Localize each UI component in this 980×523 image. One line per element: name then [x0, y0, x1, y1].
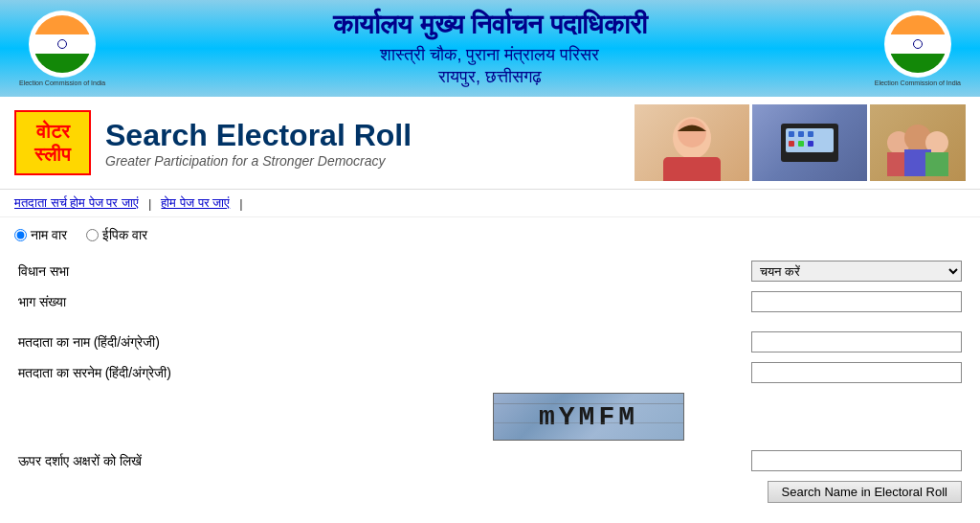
nav-separator-1: | — [148, 196, 151, 211]
radio-epic-var[interactable] — [86, 229, 99, 241]
eci-logo-right — [884, 11, 951, 78]
nav-separator-2: | — [239, 196, 242, 211]
svg-rect-5 — [789, 131, 794, 137]
main-form-content: नाम वार ईपिक वार विधान सभा चयन करें भाग … — [0, 217, 980, 518]
header-title: कार्यालय मुख्य निर्वाचन पदाधिकारी — [105, 10, 874, 41]
captcha-image-label-empty — [16, 389, 489, 444]
voter-name-field-cell — [491, 328, 964, 356]
vidhan-sabha-row: विधान सभा चयन करें — [16, 257, 964, 285]
voter-surname-field-cell — [491, 358, 964, 387]
submit-row: Search Name in Electoral Roll — [16, 477, 964, 507]
bhaag-sankhya-input[interactable] — [751, 291, 962, 312]
captcha-image: mYMFM — [493, 393, 684, 441]
svg-rect-8 — [789, 141, 794, 147]
radio-naam-var-label[interactable]: नाम वार — [14, 227, 67, 243]
logo-right: Election Commission of India — [875, 11, 961, 86]
svg-rect-9 — [798, 141, 804, 147]
radio-epic-var-label[interactable]: ईपिक वार — [86, 227, 147, 243]
submit-label-empty — [16, 477, 489, 507]
header-photos — [635, 104, 966, 181]
nav-link-voter-search[interactable]: मतदाता सर्च होम पेज पर जाएं — [14, 195, 139, 211]
submit-button-cell: Search Name in Electoral Roll — [491, 477, 964, 507]
header-city: रायपुर, छत्तीसगढ़ — [105, 67, 874, 87]
search-subtitle: Greater Participation for a Stronger Dem… — [105, 153, 620, 169]
header-subtitle: शास्त्री चौक, पुराना मंत्रालय परिसर — [105, 45, 874, 65]
svg-rect-10 — [808, 141, 813, 147]
captcha-image-row: mYMFM — [16, 389, 964, 444]
page-header: Election Commission of India कार्यालय मु… — [0, 0, 980, 97]
vidhan-sabha-select[interactable]: चयन करें — [751, 261, 962, 282]
eci-logo-left — [29, 11, 96, 78]
bhaag-sankhya-field-cell — [491, 287, 964, 316]
svg-rect-16 — [925, 152, 948, 176]
voting-machine-svg — [771, 114, 848, 171]
bhaag-sankhya-label: भाग संख्या — [16, 287, 489, 316]
nav-links: मतदाता सर्च होम पेज पर जाएं | होम पेज पर… — [0, 190, 980, 217]
search-title-block: Search Electoral Roll Greater Participat… — [105, 118, 620, 169]
voter-name-label: मतदाता का नाम (हिंदी/अंग्रेजी) — [16, 328, 489, 356]
voter-surname-label: मतदाता का सरनेम (हिंदी/अंग्रेजी) — [16, 358, 489, 387]
nav-link-home[interactable]: होम पेज पर जाएं — [161, 195, 230, 211]
captcha-input[interactable] — [751, 450, 962, 471]
vidhan-sabha-field-cell: चयन करें — [491, 257, 964, 285]
bhaag-sankhya-row: भाग संख्या — [16, 287, 964, 316]
svg-rect-1 — [663, 157, 721, 181]
eci-text-left: Election Commission of India — [19, 80, 105, 86]
eci-text-right: Election Commission of India — [875, 80, 961, 86]
sub-header-banner: वोटर स्लीप Search Electoral Roll Greater… — [0, 97, 980, 190]
form-table: विधान सभा चयन करें भाग संख्या मतदाता का … — [14, 255, 966, 509]
photo-3 — [870, 104, 966, 181]
search-type-radio-group: नाम वार ईपिक वार — [14, 227, 966, 243]
person-photo-svg — [644, 104, 740, 181]
crowd-photo-svg — [880, 109, 956, 176]
photo-1 — [635, 104, 749, 181]
captcha-image-cell: mYMFM — [491, 389, 964, 444]
voter-surname-input[interactable] — [751, 362, 962, 383]
svg-rect-6 — [798, 131, 804, 137]
voter-name-row: मतदाता का नाम (हिंदी/अंग्रेजी) — [16, 328, 964, 356]
voter-surname-row: मतदाता का सरनेम (हिंदी/अंग्रेजी) — [16, 358, 964, 387]
search-submit-button[interactable]: Search Name in Electoral Roll — [768, 481, 962, 503]
captcha-input-cell — [491, 446, 964, 475]
vidhan-sabha-label: विधान सभा — [16, 257, 489, 285]
radio-naam-var-text: नाम वार — [31, 227, 67, 243]
voter-name-input[interactable] — [751, 331, 962, 352]
logo-left: Election Commission of India — [19, 11, 105, 86]
photo-2 — [752, 104, 867, 181]
radio-naam-var[interactable] — [14, 229, 27, 241]
radio-epic-var-text: ईपिक वार — [102, 227, 147, 243]
voter-slip-badge: वोटर स्लीप — [14, 110, 91, 175]
search-electoral-roll-title: Search Electoral Roll — [105, 118, 620, 153]
header-center-text: कार्यालय मुख्य निर्वाचन पदाधिकारी शास्त्… — [105, 10, 874, 87]
svg-point-2 — [678, 119, 706, 148]
captcha-input-label: ऊपर दर्शाए अक्षरों को लिखें — [16, 446, 489, 475]
svg-rect-7 — [808, 131, 813, 137]
captcha-input-row: ऊपर दर्शाए अक्षरों को लिखें — [16, 446, 964, 475]
